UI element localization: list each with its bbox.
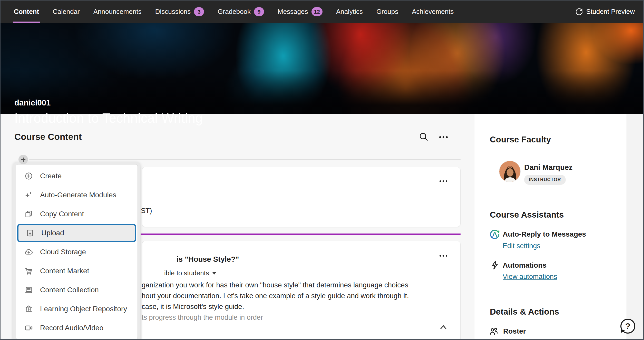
tab-label: Announcements [93, 8, 142, 16]
menu-item-upload[interactable]: Upload [18, 225, 135, 241]
ellipsis-icon [440, 255, 447, 257]
tab-gradebook[interactable]: Gradebook 9 [218, 0, 264, 23]
tab-achievements[interactable]: Achievements [412, 0, 454, 23]
menu-item-cloud-storage[interactable]: Cloud Storage [16, 242, 138, 261]
sidebar-divider [474, 295, 627, 295]
course-sidebar: Course Faculty Dani Marquez INSTRUCTOR C… [474, 114, 627, 340]
add-content-divider [29, 159, 461, 160]
menu-item-copy-content[interactable]: Copy Content [16, 205, 138, 224]
plus-icon [21, 157, 26, 162]
collapse-module-button[interactable] [436, 321, 451, 334]
tab-label: Calendar [53, 8, 80, 16]
menu-item-label: Upload [41, 229, 64, 237]
automations-icon [490, 260, 500, 270]
ai-auto-reply-icon [489, 229, 501, 240]
tab-discussions[interactable]: Discussions 3 [155, 0, 204, 23]
tab-messages[interactable]: Messages 12 [278, 0, 323, 23]
tab-analytics[interactable]: Analytics [336, 0, 363, 23]
copy-content-icon [24, 210, 33, 218]
course-content-options-button[interactable] [436, 131, 451, 143]
details-actions-heading: Details & Actions [490, 307, 559, 317]
tab-label: Gradebook [218, 8, 251, 16]
menu-item-label: Auto-Generate Modules [40, 191, 116, 199]
auto-reply-title: Auto-Reply to Messages [503, 230, 586, 238]
nav-spacer [454, 0, 575, 23]
menu-item-label: Content Market [40, 267, 89, 275]
messages-count-badge: 12 [311, 7, 323, 16]
menu-item-label: Create [40, 172, 62, 180]
instructor-avatar-image [499, 161, 521, 182]
page-title: Course Content [14, 132, 82, 142]
card1-clipped-text: ST) [141, 207, 152, 215]
ellipsis-icon [439, 136, 448, 138]
cloud-storage-icon [24, 248, 33, 256]
search-icon [418, 131, 429, 142]
chevron-down-icon [212, 272, 216, 275]
instructor-name[interactable]: Dani Marquez [524, 163, 573, 172]
view-automations-link[interactable]: View automations [503, 273, 557, 281]
description-line: ganization you work for has their own "h… [142, 280, 409, 290]
content-collection-icon [24, 286, 33, 294]
menu-item-label: Record Audio/Video [40, 324, 103, 332]
add-content-button[interactable] [18, 155, 28, 164]
tab-label: Messages [278, 8, 308, 16]
visibility-dropdown[interactable]: ible to students [164, 269, 216, 277]
menu-item-create[interactable]: Create [16, 167, 138, 186]
tab-announcements[interactable]: Announcements [93, 0, 142, 23]
nav-tabs: Content Calendar Announcements Discussio… [14, 0, 454, 23]
course-faculty-heading: Course Faculty [490, 135, 551, 144]
description-line: hout your documentation. Let's take one … [142, 290, 409, 301]
menu-item-label: Cloud Storage [40, 248, 86, 256]
course-assistants-heading: Course Assistants [490, 210, 564, 220]
course-banner: daniel001 Introduction to Technical Writ… [0, 23, 644, 114]
student-preview-refresh-icon [575, 8, 583, 16]
description-line: case, it is Microsoft's style guide. [142, 301, 409, 312]
tab-content[interactable]: Content [14, 0, 39, 23]
auto-generate-icon [24, 191, 33, 199]
roster-label: Roster [503, 327, 526, 335]
roster-people-icon [489, 326, 499, 336]
add-content-menu: Create Auto-Generate Modules Copy Conten… [16, 164, 138, 339]
roster-link[interactable]: Roster [489, 326, 526, 336]
tab-label: Achievements [412, 8, 454, 16]
avatar[interactable] [499, 161, 521, 182]
create-icon [24, 172, 33, 180]
content-card-1[interactable] [142, 167, 461, 227]
card2-sequence-note: ts progress through the module in order [142, 314, 263, 322]
chevron-up-icon [438, 322, 448, 333]
menu-item-content-market[interactable]: Content Market [16, 261, 138, 280]
instructor-role-badge: INSTRUCTOR [524, 175, 566, 185]
record-audio-video-icon [24, 324, 33, 332]
menu-item-label: Learning Object Repository [40, 305, 127, 313]
menu-item-upload-selected: Upload [17, 224, 136, 242]
course-code: daniel001 [14, 98, 51, 108]
visibility-label: ible to students [164, 269, 209, 277]
help-button[interactable]: ? [620, 319, 635, 334]
search-button[interactable] [418, 131, 430, 143]
tab-label: Content [14, 8, 39, 16]
menu-item-label: Copy Content [40, 210, 84, 218]
menu-item-content-collection[interactable]: Content Collection [16, 280, 138, 299]
learning-object-repository-icon [24, 305, 33, 313]
upload-icon [26, 229, 34, 237]
card2-options-button[interactable] [436, 250, 451, 261]
active-tab-underline [13, 22, 40, 23]
tab-calendar[interactable]: Calendar [53, 0, 80, 23]
menu-item-record-audio-video[interactable]: Record Audio/Video [16, 318, 138, 337]
tab-label: Discussions [155, 8, 191, 16]
discussions-count-badge: 3 [194, 7, 204, 16]
help-question-glyph: ? [625, 321, 631, 331]
help-bubble-tail [621, 330, 625, 334]
tab-groups[interactable]: Groups [376, 0, 398, 23]
insert-position-indicator [141, 234, 461, 235]
menu-item-label: Content Collection [40, 286, 99, 294]
tab-label: Analytics [336, 8, 363, 16]
edit-settings-link[interactable]: Edit settings [503, 242, 540, 250]
gradebook-count-badge: 9 [254, 7, 264, 16]
card1-options-button[interactable] [436, 176, 451, 187]
menu-item-auto-generate-modules[interactable]: Auto-Generate Modules [16, 186, 138, 205]
student-preview-button[interactable]: Student Preview [575, 0, 635, 23]
content-market-icon [24, 267, 33, 275]
add-content-menu-halo: Create Auto-Generate Modules Copy Conten… [13, 162, 140, 340]
menu-item-learning-object-repository[interactable]: Learning Object Repository [16, 299, 138, 318]
